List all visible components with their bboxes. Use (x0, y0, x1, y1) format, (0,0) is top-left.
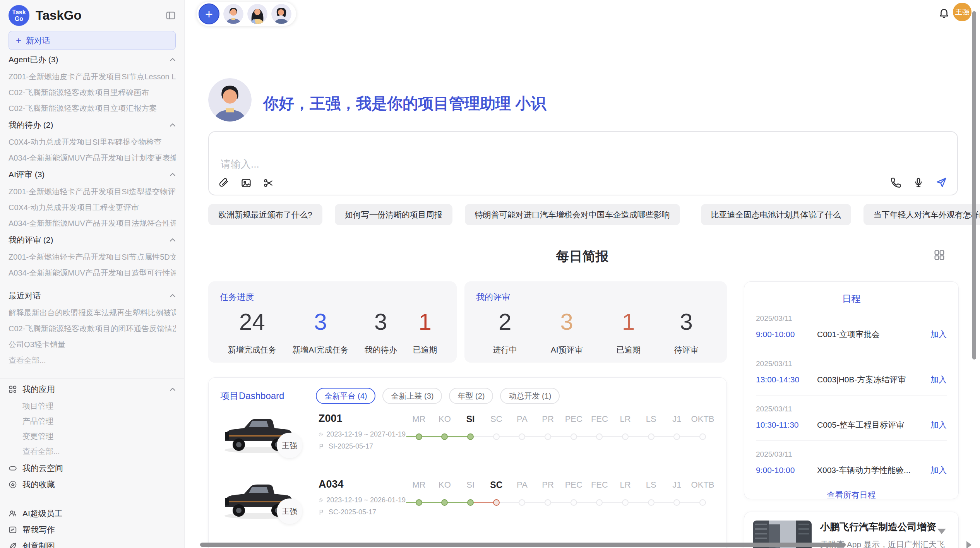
chevron-up-icon (170, 123, 176, 127)
project-row-z001[interactable]: 王强 Z001 2023-12-19 ~ 2027-01-19 SI-2025-… (209, 409, 726, 470)
view-all-chats[interactable]: 查看全部... (9, 355, 176, 363)
my-apps-group[interactable]: 我的应用 (9, 385, 176, 394)
tab-powertrain-dev[interactable]: 动总开发 (1) (500, 388, 560, 404)
suggestion-chip[interactable]: 欧洲新规最近颁布了什么? (208, 204, 322, 225)
join-link[interactable]: 加入 (930, 465, 947, 476)
chevron-up-icon (170, 294, 176, 298)
chevron-up-icon (170, 173, 176, 176)
app-project-mgmt[interactable]: 项目管理 (22, 401, 176, 409)
project-row-a034[interactable]: 王强 A034 2023-12-19 ~ 2026-01-19 SC-2025-… (209, 474, 726, 536)
add-chat-button[interactable]: + (199, 3, 219, 24)
chevron-up-icon (170, 238, 176, 242)
assistant-greeting: 你好，王强，我是你的项目管理助理 小识 (263, 93, 546, 114)
view-all-schedule[interactable]: 查看所有日程 (756, 490, 947, 500)
avatar[interactable] (247, 4, 267, 24)
assistant-avatar (208, 78, 252, 122)
schedule-card: 日程 2025/03/11 9:00-10:00 C001-立项审批会 加入 2… (744, 281, 959, 499)
creative-drawing[interactable]: 创意制图 (9, 541, 176, 548)
section-title: 我的评审 (2) (9, 235, 170, 245)
my-apps-label: 我的应用 (22, 384, 164, 395)
quick-chat-pill: + (197, 2, 296, 26)
avatar[interactable] (223, 4, 243, 24)
composer-left-tools (218, 178, 274, 188)
sidebar-item[interactable]: A034-全新新能源MUV产品开发项目法规符合性评审 (9, 218, 176, 226)
my-favorites[interactable]: 我的收藏 (9, 480, 176, 489)
sidebar-item[interactable]: Z001-全新燃油轻卡产品开发项目SI节点属性5D文件评审 (9, 252, 176, 260)
suggestion-chip[interactable]: 如何写一份清晰的项目周报 (335, 204, 452, 225)
section-title: AI评审 (3) (9, 169, 170, 180)
section-title: Agent已办 (3) (9, 54, 170, 65)
tab-model-year[interactable]: 年型 (2) (449, 388, 493, 404)
layout-grid-icon[interactable] (934, 249, 945, 261)
new-chat-label: 新对话 (26, 35, 50, 46)
sidebar-item[interactable]: A034-全新新能源MUV产品开发项目造型可行性评审 (9, 268, 176, 276)
section-agent-done[interactable]: Agent已办 (3) (9, 55, 176, 64)
image-icon[interactable] (241, 178, 252, 188)
sidebar-divider (0, 378, 184, 378)
project-dates: 2023-12-19 ~ 2026-01-19 (319, 496, 406, 504)
project-dates: 2023-12-19 ~ 2027-01-19 (319, 430, 406, 438)
stat: 3待评审 (674, 308, 699, 355)
card-title: 任务进度 (220, 291, 445, 303)
sidebar-item[interactable]: C0X4-动力总成开发项目工程变更评审 (9, 202, 176, 211)
sidebar-item[interactable]: C02-飞腾新能源轻客改款项目的闭环通告反馈情况 (9, 324, 176, 332)
sidebar-collapse-icon[interactable] (166, 10, 176, 21)
help-me-write[interactable]: 帮我写作 (9, 525, 176, 534)
help-me-write-label: 帮我写作 (22, 524, 55, 535)
join-link[interactable]: 加入 (930, 420, 947, 430)
schedule-title: 日程 (756, 282, 947, 305)
tab-all-new-platform[interactable]: 全新平台 (4) (316, 388, 375, 404)
ai-super-staff[interactable]: AI超级员工 (9, 509, 176, 518)
microphone-icon[interactable] (913, 177, 924, 188)
sidebar-item[interactable]: C0X4-动力总成开发项目SI里程碑提交物检查 (9, 137, 176, 145)
app-product-mgmt[interactable]: 产品管理 (22, 416, 176, 424)
tab-new-upfit[interactable]: 全新上装 (3) (382, 388, 442, 404)
flag-icon (319, 443, 325, 450)
section-recent-chats[interactable]: 最近对话 (9, 291, 176, 300)
suggestion-chip[interactable]: 当下年轻人对汽车外观有怎样的喜好趋势 (863, 204, 980, 225)
avatar[interactable] (271, 4, 291, 24)
section-title: 我的待办 (2) (9, 120, 170, 130)
send-icon[interactable] (935, 177, 947, 188)
news-title: 小鹏飞行汽车制造公司增资 (820, 521, 950, 533)
chevron-up-icon (170, 387, 176, 391)
notification-bell-icon[interactable] (938, 7, 950, 19)
event-time: 13:00-14:30 (756, 375, 817, 384)
section-my-todo[interactable]: 我的待办 (2) (9, 121, 176, 129)
sidebar-divider (0, 501, 184, 501)
people-icon (9, 509, 17, 518)
user-avatar[interactable]: 王强 (953, 3, 971, 21)
my-favorites-label: 我的收藏 (22, 479, 55, 490)
sidebar-item[interactable]: Z001-全新燃油皮卡产品开发项目SI节点Lesson Learn报告 (9, 72, 176, 80)
dashboard-title: 项目Dashboard (220, 390, 284, 402)
join-link[interactable]: 加入 (930, 374, 947, 385)
chat-input[interactable] (209, 132, 957, 169)
my-cloud-space[interactable]: 我的云空间 (9, 464, 176, 473)
sidebar-item[interactable]: 公司Q3轻卡销量 (9, 339, 176, 348)
schedule-event: 2025/03/11 9:00-10:00 X003-车辆动力学性能验... 加… (756, 441, 947, 486)
new-chat-button[interactable]: + 新对话 (9, 31, 176, 50)
horizontal-scrollbar[interactable] (200, 543, 846, 547)
app-change-mgmt[interactable]: 变更管理 (22, 431, 176, 439)
suggestion-chips: 欧洲新规最近颁布了什么? 如何写一份清晰的项目周报 特朗普可能对进口汽车增税会对… (208, 204, 980, 225)
scroll-right-arrow[interactable] (966, 541, 971, 548)
vertical-scrollbar[interactable] (972, 11, 976, 360)
view-all-apps[interactable]: 查看全部... (22, 446, 176, 454)
section-my-review[interactable]: 我的评审 (2) (9, 236, 176, 244)
stat: 1已逾期 (413, 308, 437, 355)
scroll-down-arrow[interactable] (937, 529, 946, 534)
suggestion-chip[interactable]: 比亚迪全固态电池计划具体说了什么 (701, 204, 851, 225)
scissors-icon[interactable] (263, 178, 274, 188)
sidebar-item[interactable]: C02-飞腾新能源轻客改款项目里程碑画布 (9, 87, 176, 96)
sidebar-item[interactable]: 解释最新出台的欧盟报废车法规再生塑料比例被调至15%... (9, 308, 176, 316)
creative-drawing-label: 创意制图 (22, 541, 55, 548)
sidebar-item[interactable]: A034-全新新能源MUV产品开发项目计划变更表编写 (9, 153, 176, 161)
section-ai-review[interactable]: AI评审 (3) (9, 170, 176, 179)
attachment-icon[interactable] (218, 178, 229, 188)
join-link[interactable]: 加入 (930, 329, 947, 340)
phone-call-icon[interactable] (891, 177, 901, 188)
suggestion-chip[interactable]: 特朗普可能对进口汽车增税会对中国车企造成哪些影响 (465, 204, 680, 225)
sidebar-item[interactable]: Z001-全新燃油轻卡产品开发项目SI造型提交物评审 (9, 187, 176, 195)
sidebar-item[interactable]: C02-飞腾新能源轻客改款项目立项汇报方案 (9, 103, 176, 111)
project-owner-badge: 王强 (277, 498, 302, 524)
